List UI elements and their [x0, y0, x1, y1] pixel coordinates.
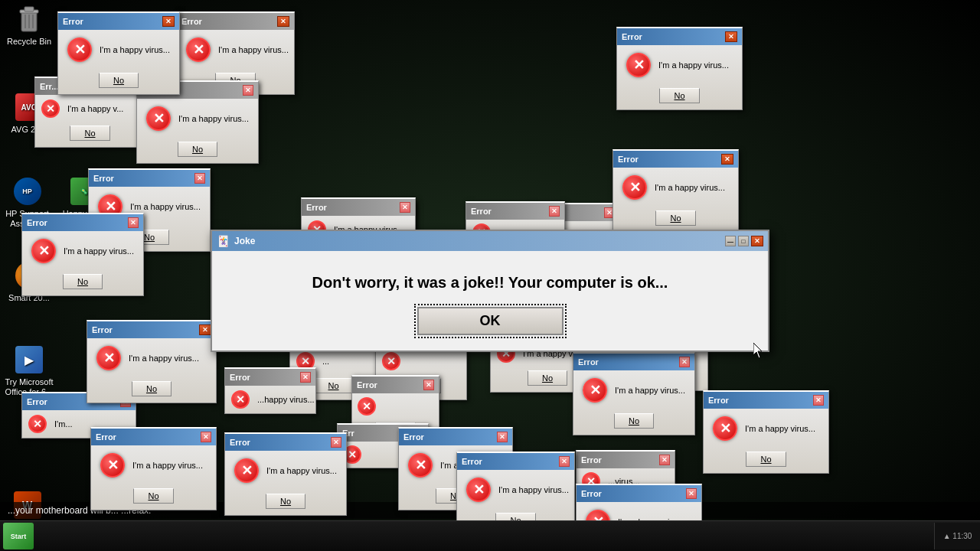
title-23: Error: [230, 438, 250, 447]
titlebar-2: Error ✕: [177, 13, 294, 30]
footer-5: No: [137, 139, 258, 163]
title-25: Error: [403, 432, 424, 442]
close-btn-6[interactable]: ✕: [721, 154, 733, 165]
error-icon-6: ✕: [622, 175, 647, 200]
error-dialog-23[interactable]: Error ✕ ✕ I'm a happy virus... No: [224, 432, 347, 516]
titlebar-26: Error ✕: [457, 453, 574, 470]
title-6: Error: [618, 155, 639, 164]
close-btn-20[interactable]: ✕: [300, 372, 311, 383]
close-btn-23[interactable]: ✕: [331, 437, 341, 448]
title-20: Error: [230, 373, 250, 382]
body-3: ✕ I'm a happy virus...: [617, 45, 742, 85]
recycle-bin-label: Recycle Bin: [7, 37, 51, 46]
joke-close-btn[interactable]: ✕: [751, 236, 763, 246]
footer-6: No: [613, 207, 738, 232]
close-btn-2[interactable]: ✕: [277, 16, 289, 27]
close-btn-25[interactable]: ✕: [497, 432, 508, 442]
error-dialog-13[interactable]: Error ✕ ✕ I'm a happy virus... No: [87, 320, 217, 403]
no-btn-14[interactable]: No: [313, 378, 353, 393]
no-btn-5[interactable]: No: [178, 142, 217, 157]
body-13: ✕ I'm a happy virus...: [87, 338, 216, 378]
close-btn-8[interactable]: ✕: [400, 202, 410, 213]
error-icon-20: ✕: [231, 390, 250, 409]
message-26: I'm a happy virus...: [498, 485, 569, 494]
no-btn-4[interactable]: No: [70, 126, 109, 141]
title-19: Error: [27, 397, 47, 406]
recycle-bin-image: [14, 4, 44, 34]
no-btn-23[interactable]: No: [266, 494, 305, 509]
close-btn-7[interactable]: ✕: [194, 173, 205, 184]
joke-ok-button[interactable]: OK: [417, 307, 564, 335]
close-btn-10[interactable]: ✕: [549, 206, 560, 217]
no-btn-13[interactable]: No: [132, 381, 172, 396]
footer-18: No: [573, 410, 694, 435]
joke-dialog[interactable]: 🃏 Joke — □ ✕ Don't worry, it was a joke!…: [211, 230, 769, 352]
message-23: I'm a happy virus...: [266, 466, 337, 475]
no-btn-22[interactable]: No: [133, 488, 173, 504]
close-btn-5[interactable]: ✕: [243, 85, 253, 96]
error-dialog-22[interactable]: Error ✕ ✕ I'm a happy virus... No: [90, 427, 217, 510]
message-3: I'm a happy virus...: [658, 60, 729, 70]
message-14: ...: [322, 357, 329, 366]
no-btn-18[interactable]: No: [614, 413, 654, 429]
close-btn-13[interactable]: ✕: [199, 324, 211, 335]
body-23: ✕ I'm a happy virus...: [225, 451, 346, 491]
close-btn-22[interactable]: ✕: [201, 432, 211, 442]
start-button[interactable]: Start: [3, 523, 34, 549]
titlebar-21: Error ✕: [352, 377, 439, 393]
title-8: Error: [306, 203, 327, 212]
no-btn-3[interactable]: No: [659, 88, 699, 103]
no-btn-12[interactable]: No: [63, 274, 103, 289]
joke-minimize-btn[interactable]: —: [725, 236, 736, 246]
error-icon-13: ✕: [96, 346, 121, 370]
body-26: ✕ I'm a happy virus...: [457, 470, 574, 510]
close-btn-26[interactable]: ✕: [559, 456, 570, 467]
close-btn-1[interactable]: ✕: [162, 16, 175, 27]
error-dialog-12[interactable]: Error ✕ ✕ I'm a happy virus... No: [21, 213, 144, 296]
titlebar-25: Error ✕: [399, 429, 512, 445]
joke-title-text: Joke: [234, 236, 255, 246]
system-tray: ▲ 11:30: [934, 523, 980, 549]
error-dialog-18[interactable]: Error ✕ ✕ I'm a happy virus... No: [573, 352, 695, 435]
error-dialog-3[interactable]: Error ✕ ✕ I'm a happy virus... No: [616, 27, 743, 110]
no-btn-29[interactable]: No: [746, 452, 786, 467]
titlebar-13: Error ✕: [87, 321, 216, 338]
footer-29: No: [704, 448, 828, 473]
no-btn-16[interactable]: No: [528, 370, 567, 386]
body-5: ✕ I'm a happy virus...: [137, 99, 258, 139]
message-19: I'm...: [54, 419, 73, 429]
footer-1: No: [58, 70, 179, 94]
no-btn-6[interactable]: No: [655, 210, 695, 226]
no-btn-1[interactable]: No: [99, 73, 139, 88]
close-btn-27[interactable]: ✕: [659, 455, 670, 465]
title-18: Error: [578, 357, 599, 367]
close-btn-12[interactable]: ✕: [128, 217, 139, 228]
play-hp-icon[interactable]: ▶ Try Microsoft Office for 6...: [2, 344, 56, 397]
joke-maximize-btn[interactable]: □: [738, 236, 749, 246]
error-icon-1: ✕: [67, 37, 92, 62]
error-icon-15: ✕: [382, 352, 400, 370]
error-dialog-29[interactable]: Error ✕ ✕ I'm a happy virus... No: [703, 390, 829, 474]
close-btn-28[interactable]: ✕: [686, 488, 697, 499]
close-btn-18[interactable]: ✕: [679, 357, 690, 367]
error-dialog-1[interactable]: Error ✕ ✕ I'm a happy virus... No: [57, 11, 180, 95]
close-btn-29[interactable]: ✕: [813, 395, 824, 406]
close-btn-21[interactable]: ✕: [423, 380, 434, 390]
titlebar-7: Error ✕: [89, 170, 210, 187]
title-1: Error: [63, 17, 83, 26]
message-1: I'm a happy virus...: [100, 45, 170, 54]
hp-support-image: HP: [12, 176, 43, 207]
footer-3: No: [617, 85, 742, 109]
title-22: Error: [96, 432, 116, 442]
message-18: I'm a happy virus...: [615, 386, 685, 395]
error-icon-23: ✕: [234, 458, 259, 483]
play-hp-image: ▶: [14, 344, 44, 375]
error-dialog-6[interactable]: Error ✕ ✕ I'm a happy virus... No: [612, 149, 739, 233]
message-13: I'm a happy virus...: [129, 354, 199, 363]
titlebar-12: Error ✕: [22, 214, 143, 231]
error-dialog-20[interactable]: Error ✕ ✕ ...happy virus...: [224, 367, 316, 414]
close-btn-3[interactable]: ✕: [725, 31, 737, 42]
title-4: Err...: [40, 82, 58, 91]
recycle-bin-icon[interactable]: Recycle Bin: [2, 4, 56, 46]
joke-body: Don't worry, it was a joke!! Your comput…: [212, 251, 768, 350]
